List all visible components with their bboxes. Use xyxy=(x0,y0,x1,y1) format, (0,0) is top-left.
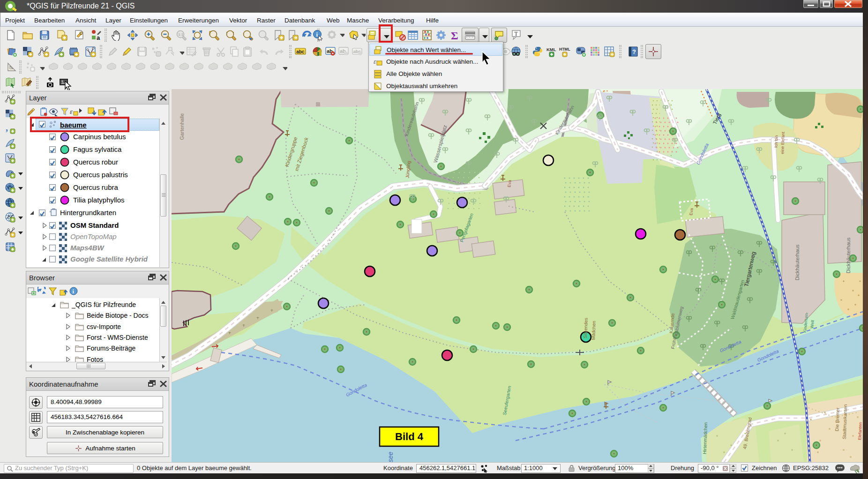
svg-text:Dickhäuterhaus: Dickhäuterhaus xyxy=(794,244,800,280)
svg-text:Gartenhalle: Gartenhalle xyxy=(179,113,185,140)
svg-text:?: ? xyxy=(632,48,636,55)
svg-text:Dickhäuterhaus: Dickhäuterhaus xyxy=(846,237,851,273)
svg-text:i: i xyxy=(316,31,318,38)
svg-text:Bild 4: Bild 4 xyxy=(395,431,424,442)
svg-text:ε: ε xyxy=(70,108,73,115)
svg-text:a: a xyxy=(97,34,100,41)
svg-text:Σ: Σ xyxy=(451,30,458,41)
svg-text:Sitzendes: Sitzendes xyxy=(583,318,589,338)
svg-text:Mädchen: Mädchen xyxy=(591,321,596,340)
svg-text:KML: KML xyxy=(546,47,556,52)
svg-text:HTML: HTML xyxy=(559,47,570,52)
svg-text:see: see xyxy=(387,452,394,462)
svg-text:1:1: 1:1 xyxy=(178,32,184,37)
svg-text:Ich bin: Ich bin xyxy=(774,135,779,148)
svg-text:Welt: Welt xyxy=(809,320,815,329)
svg-text:ε: ε xyxy=(374,58,376,65)
svg-text:,: , xyxy=(6,123,8,133)
svg-text:eine Elefant: eine Elefant xyxy=(780,131,786,154)
svg-text:Eva: Eva xyxy=(507,180,512,187)
svg-text:Elefanten: Elefanten xyxy=(857,422,862,440)
svg-text:Eva: Eva xyxy=(688,208,694,216)
svg-text:T: T xyxy=(515,30,518,37)
svg-text:abc: abc xyxy=(296,49,305,54)
svg-text:Die Bremer: Die Bremer xyxy=(834,407,840,432)
